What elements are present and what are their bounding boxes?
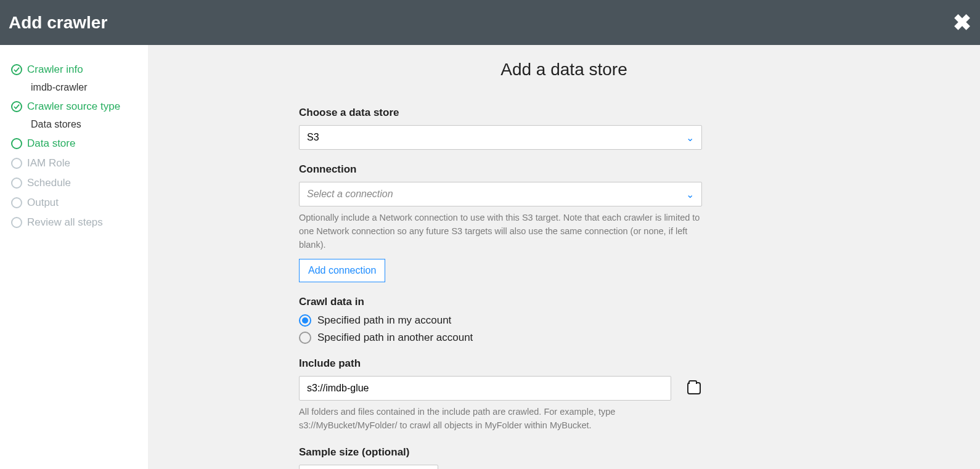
step-label: Schedule (27, 177, 71, 189)
radio-label: Specified path in another account (317, 332, 473, 344)
step-iam-role[interactable]: IAM Role (11, 157, 148, 169)
include-path-label: Include path (299, 357, 829, 370)
step-review[interactable]: Review all steps (11, 216, 148, 229)
modal-header: Add crawler ✖ (0, 0, 980, 45)
chevron-down-icon: ⌄ (686, 132, 694, 144)
close-icon[interactable]: ✖ (953, 12, 971, 34)
crawl-data-label: Crawl data in (299, 296, 829, 308)
check-icon (11, 101, 22, 112)
step-schedule[interactable]: Schedule (11, 177, 148, 189)
radio-another-account[interactable]: Specified path in another account (299, 332, 829, 344)
sample-size-label: Sample size (optional) (299, 446, 829, 459)
chevron-down-icon: ⌄ (686, 189, 694, 200)
add-connection-button[interactable]: Add connection (299, 259, 385, 282)
form-title: Add a data store (299, 60, 829, 80)
radio-icon (299, 332, 311, 344)
step-output[interactable]: Output (11, 197, 148, 209)
connection-hint: Optionally include a Network connection … (299, 211, 702, 251)
connection-placeholder: Select a connection (307, 189, 393, 200)
step-label: Data store (27, 137, 75, 150)
step-label: Output (27, 197, 59, 209)
circle-icon (11, 138, 22, 149)
step-label: Crawler info (27, 63, 83, 76)
check-icon (11, 64, 22, 75)
include-path-input[interactable] (299, 376, 671, 401)
step-label: IAM Role (27, 157, 70, 169)
connection-label: Connection (299, 163, 829, 176)
circle-icon (11, 197, 22, 208)
connection-select[interactable]: Select a connection ⌄ (299, 182, 702, 206)
circle-icon (11, 158, 22, 169)
radio-my-account[interactable]: Specified path in my account (299, 314, 829, 327)
data-store-select[interactable]: S3 ⌄ (299, 125, 702, 150)
step-sub-crawler-info: imdb-crawler (31, 82, 148, 93)
page-title: Add crawler (9, 13, 107, 33)
step-data-store[interactable]: Data store (11, 137, 148, 150)
include-path-hint: All folders and files contained in the i… (299, 406, 702, 433)
step-sub-source-type: Data stores (31, 119, 148, 130)
main-content: Add a data store Choose a data store S3 … (148, 45, 980, 469)
radio-label: Specified path in my account (317, 314, 451, 327)
step-crawler-info[interactable]: Crawler info (11, 63, 148, 76)
data-store-value: S3 (307, 132, 319, 143)
circle-icon (11, 177, 22, 189)
wizard-sidebar: Crawler info imdb-crawler Crawler source… (0, 45, 148, 469)
step-label: Crawler source type (27, 100, 120, 113)
radio-icon (299, 314, 311, 327)
data-store-label: Choose a data store (299, 107, 829, 119)
browse-folder-icon[interactable] (687, 382, 701, 394)
step-crawler-source-type[interactable]: Crawler source type (11, 100, 148, 113)
step-label: Review all steps (27, 216, 103, 229)
circle-icon (11, 217, 22, 228)
sample-size-input[interactable] (299, 465, 438, 469)
